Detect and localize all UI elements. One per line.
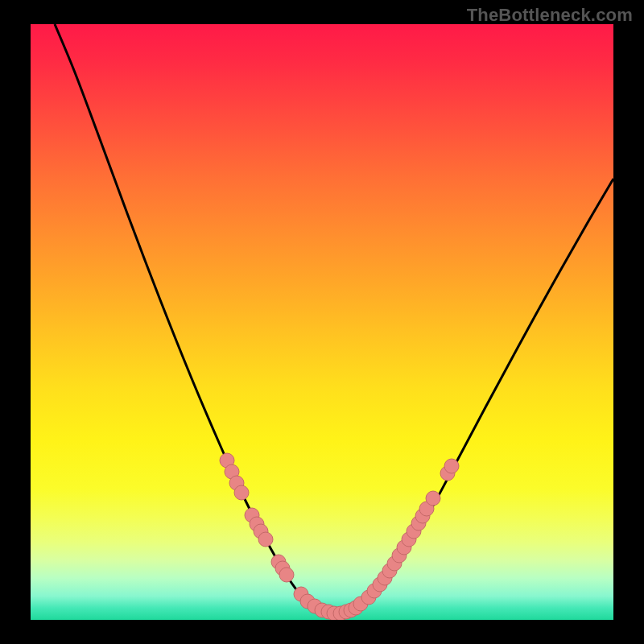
watermark-text: TheBottleneck.com <box>467 5 633 26</box>
chart-frame: TheBottleneck.com <box>0 0 644 644</box>
data-marker <box>444 459 459 473</box>
data-markers <box>220 453 459 620</box>
chart-svg <box>31 24 613 620</box>
data-marker <box>258 532 273 547</box>
data-marker <box>279 568 294 582</box>
plot-area <box>31 24 613 620</box>
data-marker <box>234 485 249 500</box>
data-marker <box>426 491 440 506</box>
bottleneck-curve <box>55 24 613 614</box>
